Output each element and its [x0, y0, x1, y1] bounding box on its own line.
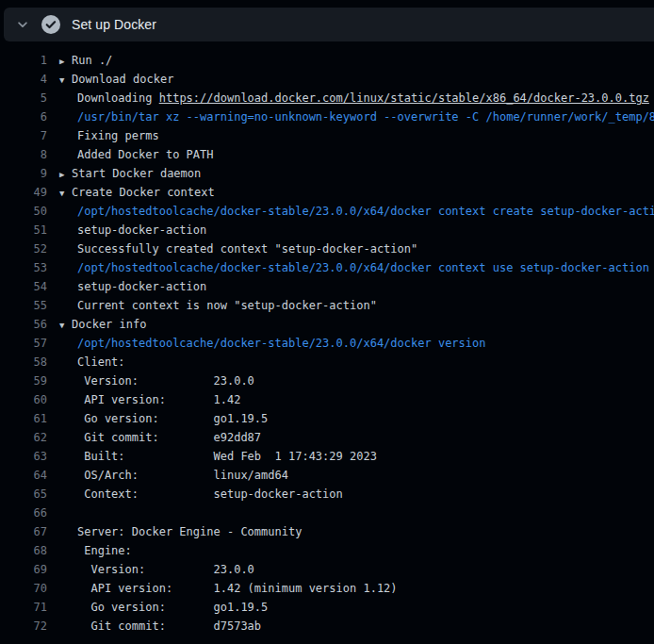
log-text: Go version: go1.19.5: [59, 598, 268, 617]
log-line-number[interactable]: 49: [0, 183, 47, 202]
log-command-text: /opt/hostedtoolcache/docker-stable/23.0.…: [59, 258, 649, 277]
log-text: Engine:: [59, 541, 132, 560]
log-line-number[interactable]: 53: [0, 258, 47, 277]
log-line-number[interactable]: 50: [0, 202, 47, 221]
log-group-header: 56▼Docker info: [0, 315, 654, 334]
log-line-number[interactable]: 56: [0, 315, 47, 334]
log-line-number[interactable]: 66: [0, 504, 47, 522]
log-command-text: /opt/hostedtoolcache/docker-stable/23.0.…: [59, 334, 485, 353]
log-line-number[interactable]: 59: [0, 372, 47, 390]
log-command-text: /usr/bin/tar xz --warning=no-unknown-key…: [59, 107, 654, 126]
log-line: 6/usr/bin/tar xz --warning=no-unknown-ke…: [0, 107, 654, 126]
log-group-label: Docker info: [72, 318, 146, 331]
log-line-number[interactable]: 5: [0, 89, 47, 107]
log-text: Client:: [59, 353, 125, 372]
log-command-text: /opt/hostedtoolcache/docker-stable/23.0.…: [59, 202, 654, 221]
triangle-right-icon[interactable]: ▶: [59, 52, 69, 70]
log-line: 8Added Docker to PATH: [0, 145, 654, 164]
log-line-number[interactable]: 72: [0, 617, 47, 636]
log-line: 51setup-docker-action: [0, 221, 654, 239]
log-group-title[interactable]: ▼Create Docker context: [59, 183, 215, 202]
log-text: OS/Arch: linux/amd64: [59, 466, 288, 485]
log-text: setup-docker-action: [59, 221, 206, 239]
log-line-number[interactable]: 67: [0, 522, 47, 541]
log-line-number[interactable]: 1: [0, 51, 47, 70]
log-line-number[interactable]: 7: [0, 126, 47, 145]
log-line: 57/opt/hostedtoolcache/docker-stable/23.…: [0, 334, 654, 353]
log-url-link[interactable]: https://download.docker.com/linux/static…: [159, 91, 649, 105]
log-text: API version: 1.42: [59, 390, 240, 409]
log-line: 69 Version: 23.0.0: [0, 560, 654, 579]
triangle-right-icon[interactable]: ▶: [59, 165, 69, 183]
log-text: Added Docker to PATH: [59, 145, 214, 164]
log-line-number[interactable]: 60: [0, 390, 47, 409]
log-line-number[interactable]: 64: [0, 466, 47, 485]
log-line-number[interactable]: 63: [0, 447, 47, 466]
log-line-number[interactable]: 68: [0, 541, 47, 560]
log-line: 70 API version: 1.42 (minimum version 1.…: [0, 579, 654, 598]
log-group-header: 1▶Run ./: [0, 51, 654, 70]
log-line-number[interactable]: 54: [0, 277, 47, 296]
log-line-number[interactable]: 58: [0, 353, 47, 372]
log-text: Go version: go1.19.5: [59, 409, 268, 428]
log-line-number[interactable]: 70: [0, 579, 47, 598]
log-group-title[interactable]: ▶Start Docker daemon: [59, 164, 201, 183]
log-line: 58Client:: [0, 353, 654, 372]
log-line: 54setup-docker-action: [0, 277, 654, 296]
log-line: 59 Version: 23.0.0: [0, 372, 654, 390]
log-text: Current context is now "setup-docker-act…: [59, 296, 377, 315]
log-group-title[interactable]: ▼Docker info: [59, 315, 146, 334]
log-line: 52Successfully created context "setup-do…: [0, 239, 654, 258]
log-line: 5Downloading https://download.docker.com…: [0, 89, 654, 107]
log-line-number[interactable]: 65: [0, 485, 47, 504]
log-line: 63 Built: Wed Feb 1 17:43:29 2023: [0, 447, 654, 466]
log-text-prefix: Downloading: [77, 91, 159, 105]
log-line-number[interactable]: 62: [0, 428, 47, 447]
log-line: 66: [0, 504, 654, 522]
log-text: Context: setup-docker-action: [59, 485, 343, 504]
log-line: 62 Git commit: e92dd87: [0, 428, 654, 447]
log-group-title[interactable]: ▼Download docker: [59, 70, 173, 89]
log-text: Downloading https://download.docker.com/…: [59, 89, 649, 107]
log-line-number[interactable]: 57: [0, 334, 47, 353]
log-line-number[interactable]: 51: [0, 221, 47, 239]
log-group-label: Run ./: [72, 54, 112, 67]
log-line: 68 Engine:: [0, 541, 654, 560]
log-line-number[interactable]: 8: [0, 145, 47, 164]
log-text: Version: 23.0.0: [59, 560, 254, 579]
log-group-header: 9▶Start Docker daemon: [0, 164, 654, 183]
log-line: 60 API version: 1.42: [0, 390, 654, 409]
log-text: [59, 504, 77, 522]
log-line-number[interactable]: 4: [0, 70, 47, 89]
log-group-title[interactable]: ▶Run ./: [59, 51, 112, 70]
log-group-label: Download docker: [72, 73, 173, 86]
chevron-down-icon[interactable]: [15, 17, 30, 32]
log-line: 53/opt/hostedtoolcache/docker-stable/23.…: [0, 258, 654, 277]
triangle-down-icon[interactable]: ▼: [59, 316, 69, 334]
check-circle-icon: [41, 15, 60, 34]
log-group-label: Create Docker context: [72, 186, 215, 199]
log-group-label: Start Docker daemon: [72, 167, 201, 180]
log-line: 50/opt/hostedtoolcache/docker-stable/23.…: [0, 202, 654, 221]
log-text: Version: 23.0.0: [59, 372, 254, 390]
step-header-set-up-docker[interactable]: Set up Docker: [4, 8, 654, 41]
step-title: Set up Docker: [72, 17, 156, 32]
log-line: 55Current context is now "setup-docker-a…: [0, 296, 654, 315]
log-line-number[interactable]: 6: [0, 107, 47, 126]
log-line-number[interactable]: 61: [0, 409, 47, 428]
triangle-down-icon[interactable]: ▼: [59, 184, 69, 202]
log-line-number[interactable]: 69: [0, 560, 47, 579]
triangle-down-icon[interactable]: ▼: [59, 71, 69, 89]
log-text: Server: Docker Engine - Community: [59, 522, 302, 541]
log-text: API version: 1.42 (minimum version 1.12): [59, 579, 398, 598]
log-text: Git commit: d7573ab: [59, 617, 261, 636]
log-line-number[interactable]: 55: [0, 296, 47, 315]
log-text: Fixing perms: [59, 126, 159, 145]
log-text: setup-docker-action: [59, 277, 206, 296]
log-line: 71 Go version: go1.19.5: [0, 598, 654, 617]
log-line-number[interactable]: 71: [0, 598, 47, 617]
log-line: 7Fixing perms: [0, 126, 654, 145]
log-text: Built: Wed Feb 1 17:43:29 2023: [59, 447, 377, 466]
log-line-number[interactable]: 52: [0, 239, 47, 258]
log-line-number[interactable]: 9: [0, 164, 47, 183]
